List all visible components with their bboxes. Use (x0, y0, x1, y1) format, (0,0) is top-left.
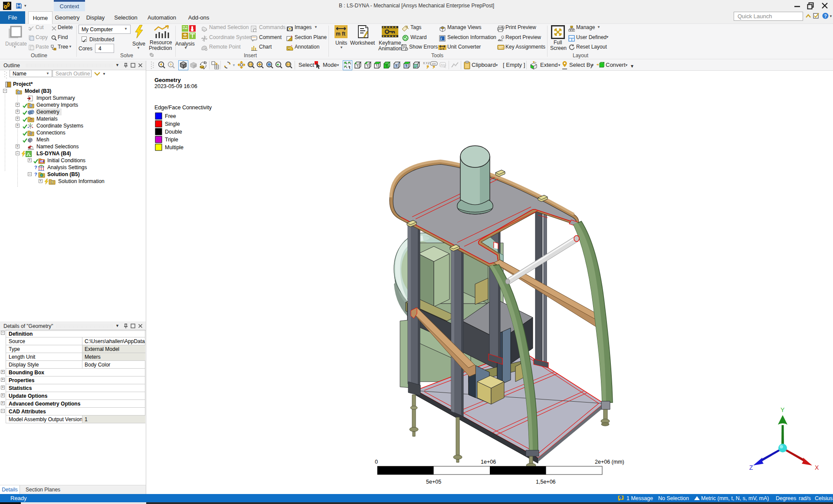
svg-text:Abc: Abc (441, 63, 446, 66)
svg-text:1,5e+06: 1,5e+06 (536, 479, 556, 485)
svg-text:2023-05-09 16:06: 2023-05-09 16:06 (154, 83, 197, 89)
svg-text:m ft: m ft (439, 48, 444, 50)
svg-text:Multiple: Multiple (165, 144, 184, 151)
svg-text:Geometry: Geometry (154, 77, 181, 83)
svg-text:2e+06 (mm): 2e+06 (mm) (595, 459, 624, 465)
svg-text:?: ? (824, 14, 827, 19)
svg-text:Y: Y (781, 406, 785, 413)
svg-text:X: X (815, 464, 819, 471)
svg-text:Free: Free (165, 113, 176, 119)
svg-text:m ft: m ft (336, 31, 345, 37)
svg-text:1e+06: 1e+06 (481, 459, 496, 465)
svg-text:Double: Double (165, 129, 182, 135)
svg-text:AD: AD (288, 47, 291, 49)
svg-text:5e+05: 5e+05 (426, 479, 441, 485)
svg-text:Triple: Triple (165, 137, 178, 143)
svg-text:Single: Single (165, 121, 180, 127)
svg-text:i: i (620, 496, 621, 499)
svg-text:T=0: T=0 (40, 160, 44, 163)
svg-text:0: 0 (375, 459, 378, 465)
svg-text:X.Y.Z: X.Y.Z (423, 62, 430, 65)
svg-text:Edge/Face Connectivity: Edge/Face Connectivity (154, 105, 212, 111)
svg-text:Z: Z (749, 464, 753, 471)
svg-text:100: 100 (432, 62, 436, 65)
